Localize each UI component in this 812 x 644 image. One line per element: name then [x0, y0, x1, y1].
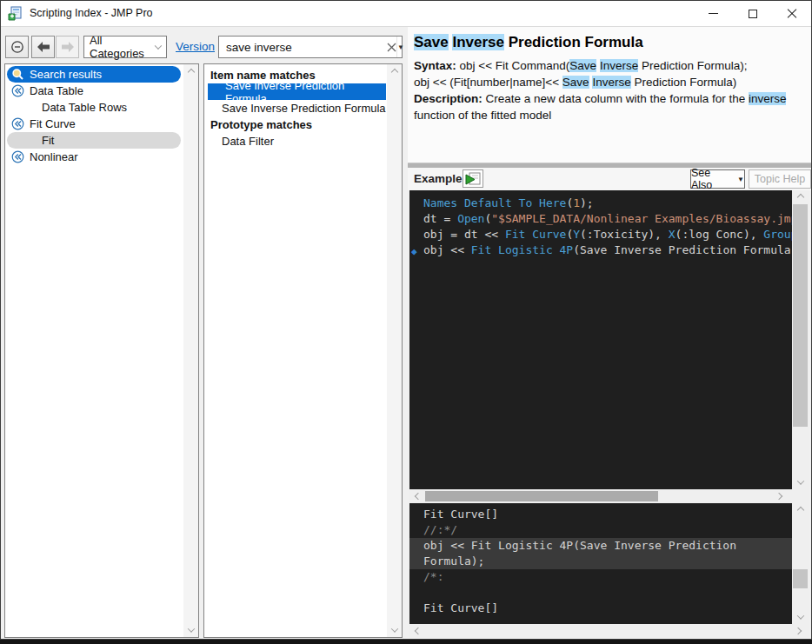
toolbar: All Categories Version ▼ [1, 27, 408, 63]
syntax-line-2: obj << (Fit[number|name]<< Save Inverse … [414, 74, 807, 90]
search-term-highlight: Inverse [600, 59, 638, 72]
scroll-up-icon[interactable] [792, 503, 809, 517]
scroll-down-icon[interactable] [792, 610, 809, 624]
scroll-up-icon[interactable] [792, 190, 809, 204]
version-link[interactable]: Version [176, 40, 215, 53]
example-header: Example See Also ▼ Topic Help [408, 168, 812, 190]
see-also-button[interactable]: See Also ▼ [690, 169, 745, 189]
search-history-dropdown[interactable]: ▼ [396, 37, 404, 57]
log-line: Fit Curve[] [409, 507, 792, 522]
minimize-icon [709, 13, 718, 14]
log-horizontal-scrollbar[interactable] [409, 624, 809, 638]
log-line [409, 585, 792, 601]
run-script-icon [465, 172, 481, 186]
categories-dropdown[interactable]: All Categories [83, 36, 167, 58]
tree-item-fit-curve[interactable]: Fit Curve [7, 116, 181, 132]
app-icon [8, 6, 23, 22]
scrollbar-corner [792, 489, 809, 503]
topic-help-button[interactable]: Topic Help [749, 169, 811, 189]
editor-vertical-scrollbar[interactable] [792, 190, 809, 489]
window-title: Scripting Index - JMP Pro [30, 7, 153, 19]
send-message-icon [11, 84, 24, 97]
tree-item-nonlinear[interactable]: Nonlinear [7, 149, 181, 165]
syntax-line-1: Syntax: obj << Fit Command(Save Inverse … [414, 57, 807, 74]
circle-minus-icon [10, 40, 24, 54]
run-example-button[interactable] [463, 169, 483, 188]
list-scrollbar[interactable] [387, 64, 402, 637]
forward-arrow-icon [61, 41, 75, 53]
tree-item-fit[interactable]: Fit [7, 132, 181, 149]
collapse-all-button[interactable] [5, 36, 29, 58]
detail-pane: Save Inverse Prediction Formula Syntax: … [408, 27, 812, 163]
scroll-thumb[interactable] [793, 569, 808, 588]
search-box: ▼ [218, 36, 403, 58]
scroll-up-icon[interactable] [387, 64, 402, 79]
see-also-label: See Also [691, 167, 734, 191]
clear-x-icon [387, 43, 396, 52]
tree-item-data-table[interactable]: Data Table [7, 83, 181, 99]
list-item[interactable]: Save Inverse Prediction Formula [208, 83, 386, 100]
syntax-label: Syntax: [414, 59, 456, 72]
log-line: //:*/ [409, 522, 792, 538]
scroll-thumb[interactable] [793, 204, 808, 427]
example-code-editor[interactable]: Names Default To Here(1);dt = Open("$SAM… [409, 190, 792, 489]
scroll-up-icon[interactable] [183, 64, 198, 79]
scroll-down-icon[interactable] [792, 475, 809, 489]
category-tree-panel: Search resultsData TableData Table RowsF… [4, 63, 199, 638]
scroll-down-icon[interactable] [387, 622, 402, 637]
tree-item-data-table-rows[interactable]: Data Table Rows [7, 99, 181, 116]
description-text: Description: Create a new data column wi… [414, 90, 807, 123]
search-input[interactable] [219, 41, 387, 54]
minimize-button[interactable] [694, 1, 733, 26]
tree-item-label: Data Table Rows [42, 101, 127, 114]
scroll-thumb[interactable] [425, 491, 658, 501]
tree-item-label: Data Table [30, 84, 83, 97]
tree-scrollbar[interactable] [183, 64, 198, 637]
code-line: obj = dt << Fit Curve(Y(:Toxicity), X(:l… [409, 227, 792, 242]
tree-item-label: Search results [30, 68, 102, 81]
topic-help-label: Topic Help [755, 173, 805, 185]
scroll-down-icon[interactable] [183, 622, 198, 637]
tree-item-label: Nonlinear [30, 150, 78, 163]
dropdown-arrow-icon: ▼ [397, 43, 404, 51]
close-icon [787, 9, 797, 19]
results-list-panel: Item name matchesSave Inverse Prediction… [203, 63, 403, 638]
maximize-icon [749, 10, 757, 18]
list-item[interactable]: Save Inverse Prediction Formula [204, 100, 386, 116]
search-term-highlight: Inverse [592, 76, 630, 89]
search-term-highlight: inverse [749, 92, 787, 105]
log-vertical-scrollbar[interactable] [792, 503, 809, 624]
scroll-right-icon[interactable] [791, 624, 805, 638]
description-label: Description: [414, 92, 483, 105]
scroll-left-icon[interactable] [411, 624, 425, 638]
forward-button[interactable] [56, 36, 79, 58]
log-line: /*: [409, 569, 792, 585]
back-arrow-icon [37, 41, 50, 53]
list-item[interactable]: Data Filter [204, 133, 386, 149]
search-term-highlight: Save [569, 59, 596, 72]
code-line: ◆obj << Fit Logistic 4P(Save Inverse Pre… [409, 242, 792, 258]
send-message-icon [11, 150, 24, 163]
scroll-right-icon[interactable] [772, 489, 786, 503]
scroll-left-icon[interactable] [411, 489, 425, 503]
title-bar: Scripting Index - JMP Pro [1, 1, 811, 27]
category-tree: Search resultsData TableData Table RowsF… [5, 66, 183, 165]
scripting-index-window: Scripting Index - JMP Pro All Categories [0, 0, 812, 640]
code-line: dt = Open("$SAMPLE_DATA/Nonlinear Exampl… [409, 211, 792, 227]
log-line: Formula); [409, 554, 792, 569]
dropdown-arrow-icon: ▼ [737, 176, 744, 183]
search-clear-button[interactable] [387, 37, 396, 57]
example-log-output[interactable]: Fit Curve[]//:*/obj << Fit Logistic 4P(S… [409, 503, 792, 624]
topic-body: Syntax: obj << Fit Command(Save Inverse … [414, 57, 807, 123]
tree-item-search-results[interactable]: Search results [7, 66, 181, 83]
log-line: obj << Fit Logistic 4P(Save Inverse Pred… [409, 538, 792, 554]
code-line: Names Default To Here(1); [409, 196, 792, 211]
maximize-button[interactable] [733, 1, 772, 26]
editor-horizontal-scrollbar[interactable] [409, 489, 809, 503]
tree-item-label: Fit [42, 134, 54, 147]
example-label: Example [414, 172, 463, 185]
back-button[interactable] [31, 36, 55, 58]
log-line: Fit Curve[] [409, 601, 792, 616]
close-button[interactable] [772, 1, 811, 26]
send-message-icon [11, 117, 24, 130]
